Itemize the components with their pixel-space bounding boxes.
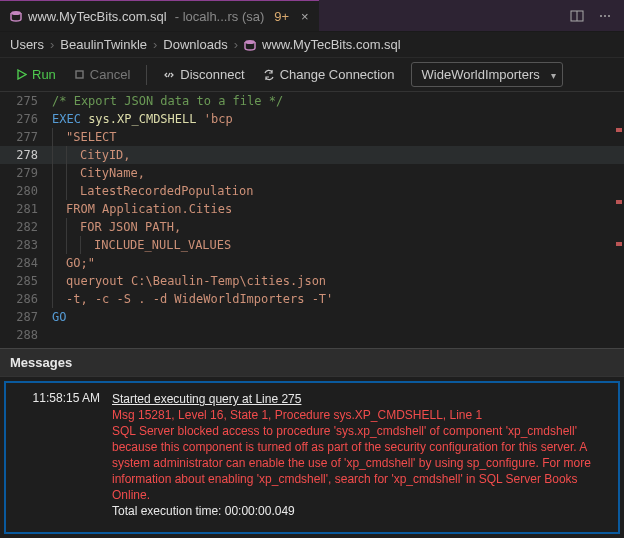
chevron-down-icon: ▾ (551, 69, 556, 80)
line-number: 285 (0, 272, 52, 290)
error-body: SQL Server blocked access to procedure '… (112, 423, 610, 503)
svg-point-3 (600, 15, 602, 17)
svg-point-0 (11, 11, 21, 15)
code-content: FOR JSON PATH, (52, 218, 181, 236)
code-line[interactable]: 281FROM Application.Cities (0, 200, 624, 218)
message-row: 11:58:15 AM Started executing query at L… (14, 391, 610, 519)
stop-icon (74, 69, 85, 80)
code-content: LatestRecordedPopulation (52, 182, 253, 200)
tab-connection-suffix: - localh...rs (sa) (175, 9, 265, 24)
line-number: 282 (0, 218, 52, 236)
editor-tab[interactable]: www.MyTecBits.com.sql - localh...rs (sa)… (0, 0, 319, 31)
title-bar: www.MyTecBits.com.sql - localh...rs (sa)… (0, 0, 624, 32)
line-number: 283 (0, 236, 52, 254)
code-line[interactable]: 275/* Export JSON data to a file */ (0, 92, 624, 110)
svg-point-5 (608, 15, 610, 17)
change-connection-icon (263, 69, 275, 81)
messages-panel: 11:58:15 AM Started executing query at L… (4, 381, 620, 534)
disconnect-icon (163, 69, 175, 81)
code-line[interactable]: 287GO (0, 308, 624, 326)
line-number: 280 (0, 182, 52, 200)
svg-point-4 (604, 15, 606, 17)
breadcrumb[interactable]: Users › BeaulinTwinkle › Downloads › www… (0, 32, 624, 58)
chevron-right-icon: › (50, 37, 54, 52)
code-line[interactable]: 276EXEC sys.XP_CMDSHELL 'bcp (0, 110, 624, 128)
database-icon (10, 10, 22, 22)
code-content: GO (52, 308, 66, 326)
message-started: Started executing query at Line 275 (112, 392, 301, 406)
code-editor[interactable]: 275/* Export JSON data to a file */276EX… (0, 92, 624, 348)
code-content: CityID, (52, 146, 131, 164)
code-content: /* Export JSON data to a file */ (52, 92, 283, 110)
line-number: 279 (0, 164, 52, 182)
line-number: 287 (0, 308, 52, 326)
code-line[interactable]: 286-t, -c -S . -d WideWorldImporters -T' (0, 290, 624, 308)
line-number: 276 (0, 110, 52, 128)
breadcrumb-item[interactable]: www.MyTecBits.com.sql (262, 37, 401, 52)
code-content: EXEC sys.XP_CMDSHELL 'bcp (52, 110, 233, 128)
line-number: 275 (0, 92, 52, 110)
svg-point-6 (245, 40, 255, 44)
code-line[interactable]: 288 (0, 326, 624, 344)
disconnect-label: Disconnect (180, 67, 244, 82)
toolbar-divider (146, 65, 147, 85)
breadcrumb-item[interactable]: Users (10, 37, 44, 52)
message-total-time: Total execution time: 00:00:00.049 (112, 504, 295, 518)
line-number: 288 (0, 326, 52, 344)
code-line[interactable]: 282FOR JSON PATH, (0, 218, 624, 236)
code-content: CityName, (52, 164, 145, 182)
titlebar-actions (570, 9, 624, 23)
play-icon (16, 69, 27, 80)
line-number: 277 (0, 128, 52, 146)
messages-tab[interactable]: Messages (0, 348, 624, 377)
tab-filename: www.MyTecBits.com.sql (28, 9, 167, 24)
code-line[interactable]: 284GO;" (0, 254, 624, 272)
code-line[interactable]: 279CityName, (0, 164, 624, 182)
database-icon (244, 39, 256, 51)
chevron-right-icon: › (153, 37, 157, 52)
line-number: 286 (0, 290, 52, 308)
code-line[interactable]: 285queryout C:\Beaulin-Temp\cities.json (0, 272, 624, 290)
connection-value: WideWorldImporters (422, 67, 540, 82)
message-timestamp: 11:58:15 AM (14, 391, 100, 519)
overview-ruler (616, 92, 622, 348)
cancel-label: Cancel (90, 67, 130, 82)
disconnect-button[interactable]: Disconnect (157, 64, 250, 85)
tab-badge: 9+ (274, 9, 289, 24)
code-content: queryout C:\Beaulin-Temp\cities.json (52, 272, 326, 290)
code-line[interactable]: 277"SELECT (0, 128, 624, 146)
svg-rect-7 (76, 71, 83, 78)
connection-select[interactable]: WideWorldImporters ▾ (411, 62, 563, 87)
breadcrumb-item[interactable]: BeaulinTwinkle (60, 37, 147, 52)
run-label: Run (32, 67, 56, 82)
close-icon[interactable]: × (301, 9, 309, 24)
code-content: "SELECT (52, 128, 117, 146)
code-content: FROM Application.Cities (52, 200, 232, 218)
run-button[interactable]: Run (10, 64, 62, 85)
cancel-button[interactable]: Cancel (68, 64, 136, 85)
code-line[interactable]: 278CityID, (0, 146, 624, 164)
breadcrumb-item[interactable]: Downloads (163, 37, 227, 52)
chevron-right-icon: › (234, 37, 238, 52)
code-content: -t, -c -S . -d WideWorldImporters -T' (52, 290, 333, 308)
line-number: 284 (0, 254, 52, 272)
code-content: GO;" (52, 254, 95, 272)
code-content: INCLUDE_NULL_VALUES (52, 236, 231, 254)
line-number: 278 (0, 146, 52, 164)
message-text: Started executing query at Line 275 Msg … (112, 391, 610, 519)
error-header: Msg 15281, Level 16, State 1, Procedure … (112, 407, 610, 423)
split-editor-icon[interactable] (570, 9, 584, 23)
code-line[interactable]: 280LatestRecordedPopulation (0, 182, 624, 200)
change-connection-button[interactable]: Change Connection (257, 64, 401, 85)
change-connection-label: Change Connection (280, 67, 395, 82)
query-toolbar: Run Cancel Disconnect Change Connection … (0, 58, 624, 92)
more-icon[interactable] (598, 9, 612, 23)
code-line[interactable]: 283INCLUDE_NULL_VALUES (0, 236, 624, 254)
line-number: 281 (0, 200, 52, 218)
